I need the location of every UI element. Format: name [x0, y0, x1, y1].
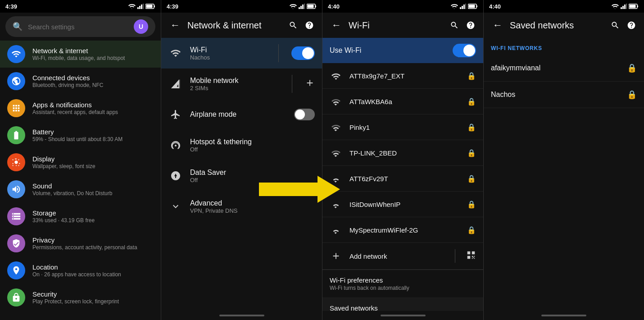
- bottom-indicator-2: [219, 315, 264, 316]
- wifi-network-item[interactable]: ATTaWKBA6a 🔒: [322, 89, 483, 114]
- settings-item-connected[interactable]: Connected devices Bluetooth, driving mod…: [0, 68, 161, 95]
- svg-rect-9: [299, 7, 300, 9]
- qr-scan-button[interactable]: [466, 250, 476, 262]
- saved-network-item-2[interactable]: Nachos 🔒: [484, 82, 644, 108]
- add-sim-button[interactable]: [305, 78, 315, 90]
- wifi-network-item[interactable]: ATT8x9g7e7_EXT 🔒: [322, 63, 483, 89]
- signal-status-icon-3: [460, 4, 466, 9]
- search-input[interactable]: [28, 23, 128, 31]
- settings-item-sound[interactable]: Sound Volume, vibration, Do Not Disturb: [0, 176, 161, 203]
- datasaver-nav-icon: [168, 169, 183, 183]
- location-title: Location: [32, 263, 154, 271]
- lock-icon-2: 🔒: [467, 97, 476, 106]
- wifi-network-item[interactable]: ISitDownWhenIP 🔒: [322, 192, 483, 217]
- back-button-3[interactable]: ←: [330, 18, 343, 33]
- settings-item-network[interactable]: Network & internet Wi-Fi, mobile, data u…: [0, 41, 161, 68]
- wifi-network-name-3: Pinky1: [349, 123, 460, 131]
- wifi-network-list: ATT8x9g7e7_EXT 🔒 ATTaWKBA6a 🔒 Pinky1 🔒 T…: [322, 63, 483, 311]
- wifi-network-item[interactable]: TP-LINK_2BED 🔒: [322, 140, 483, 166]
- sound-subtitle: Volume, vibration, Do Not Disturb: [32, 190, 154, 197]
- hotspot-nav-title: Hotspot & tethering: [190, 138, 315, 146]
- wifi-network-item[interactable]: Pinky1 🔒: [322, 114, 483, 140]
- wifi-network-item[interactable]: ATT6zFv29T 🔒: [322, 166, 483, 192]
- network-list: Wi-Fi Nachos Mobile network 2 SIMs: [161, 38, 322, 311]
- wifi-header: ← Wi-Fi: [322, 13, 483, 38]
- battery-status-icon: [145, 4, 155, 9]
- bottom-indicator-3: [381, 315, 426, 316]
- wifi-signal-icon-2: [330, 95, 342, 108]
- lock-icon-6: 🔒: [467, 200, 476, 209]
- svg-rect-1: [139, 6, 141, 9]
- svg-rect-0: [137, 7, 139, 9]
- help-button-4[interactable]: [626, 20, 637, 31]
- storage-text: Storage 33% used · 43.19 GB free: [32, 209, 154, 224]
- settings-item-location[interactable]: Location On · 26 apps have access to loc…: [0, 257, 161, 284]
- privacy-text: Privacy Permissions, account activity, p…: [32, 236, 154, 251]
- airplane-toggle[interactable]: [294, 109, 315, 120]
- back-button-4[interactable]: ←: [491, 18, 504, 33]
- storage-title: Storage: [32, 209, 154, 217]
- lock-icon-4: 🔒: [467, 149, 476, 157]
- network-icon: [7, 45, 25, 63]
- network-internet-panel: 4:39 ← Network & internet Wi-Fi Nachos: [161, 0, 322, 320]
- datasaver-nav-item[interactable]: Data Saver Off: [161, 160, 322, 191]
- search-icon: 🔍: [13, 22, 23, 32]
- wifi-signal-icon-4: [330, 146, 342, 159]
- saved-lock-icon-2: 🔒: [627, 90, 637, 100]
- use-wifi-toggle[interactable]: [453, 44, 476, 57]
- settings-item-apps[interactable]: Apps & notifications Assistant, recent a…: [0, 95, 161, 122]
- apps-text: Apps & notifications Assistant, recent a…: [32, 101, 154, 115]
- wifi-nav-item[interactable]: Wi-Fi Nachos: [161, 38, 322, 69]
- back-button-2[interactable]: ←: [168, 18, 182, 33]
- time-4: 4:40: [489, 3, 501, 10]
- signal-status-icon-2: [299, 4, 305, 9]
- svg-rect-15: [308, 5, 314, 8]
- settings-list: Network & internet Wi-Fi, mobile, data u…: [0, 41, 161, 320]
- storage-icon: [7, 207, 25, 225]
- battery-status-icon-4: [629, 4, 639, 9]
- wifi-toggle[interactable]: [291, 46, 315, 60]
- help-button-3[interactable]: [465, 20, 476, 31]
- apps-subtitle: Assistant, recent apps, default apps: [32, 109, 154, 115]
- airplane-nav-item[interactable]: Airplane mode: [161, 99, 322, 130]
- settings-item-display[interactable]: Display Wallpaper, sleep, font size: [0, 149, 161, 176]
- wifi-network-item[interactable]: MySpectrumWiFIef-2G 🔒: [322, 217, 483, 243]
- settings-item-battery[interactable]: Battery 59% - Should last until about 8:…: [0, 122, 161, 149]
- wifi-network-name-5: ATT6zFv29T: [349, 175, 460, 183]
- wifi-status-icon: [128, 4, 136, 9]
- advanced-nav-subtitle: VPN, Private DNS: [190, 207, 315, 214]
- settings-item-security[interactable]: Security Play Protect, screen lock, fing…: [0, 284, 161, 311]
- wifi-preferences-item[interactable]: Wi-Fi preferences Wi-Fi turns back on au…: [322, 270, 483, 298]
- search-bar[interactable]: 🔍 U: [5, 16, 155, 37]
- lock-icon-1: 🔒: [467, 72, 476, 80]
- add-network-item[interactable]: Add network: [322, 243, 483, 270]
- mobile-nav-item[interactable]: Mobile network 2 SIMs: [161, 69, 322, 99]
- search-button-2[interactable]: [288, 20, 299, 31]
- saved-network-item-1[interactable]: afaikymmvianal 🔒: [484, 55, 644, 82]
- advanced-nav-item[interactable]: Advanced VPN, Private DNS: [161, 191, 322, 222]
- use-wifi-row[interactable]: Use Wi-Fi: [322, 38, 483, 63]
- wifi-panel: 4:40 ← Wi-Fi Use Wi-Fi ATT8x9g7e7_EXT 🔒: [322, 0, 484, 320]
- display-title: Display: [32, 155, 154, 163]
- wifi-pref-subtitle: Wi-Fi turns back on automatically: [330, 285, 476, 291]
- wifi-status-icon-2: [290, 4, 297, 9]
- connected-title: Connected devices: [32, 74, 154, 82]
- svg-rect-6: [146, 5, 153, 8]
- status-icons-2: [290, 4, 317, 9]
- settings-item-storage[interactable]: Storage 33% used · 43.19 GB free: [0, 203, 161, 230]
- help-button-2[interactable]: [304, 20, 315, 31]
- settings-item-privacy[interactable]: Privacy Permissions, account activity, p…: [0, 230, 161, 257]
- connected-icon: [7, 72, 25, 90]
- saved-networks-item[interactable]: Saved networks 2 networks: [322, 298, 483, 311]
- display-subtitle: Wallpaper, sleep, font size: [32, 163, 154, 169]
- wifi-status-icon-3: [451, 4, 458, 9]
- wifi-network-name-2: ATTaWKBA6a: [349, 98, 460, 105]
- network-title: Network & internet: [187, 20, 282, 31]
- status-icons-4: [612, 4, 639, 9]
- status-icons-1: [128, 4, 155, 9]
- hotspot-nav-item[interactable]: Hotspot & tethering Off: [161, 130, 322, 160]
- search-button-4[interactable]: [610, 20, 621, 31]
- search-button-3[interactable]: [449, 20, 460, 31]
- display-icon: [7, 153, 25, 171]
- svg-rect-29: [630, 5, 636, 8]
